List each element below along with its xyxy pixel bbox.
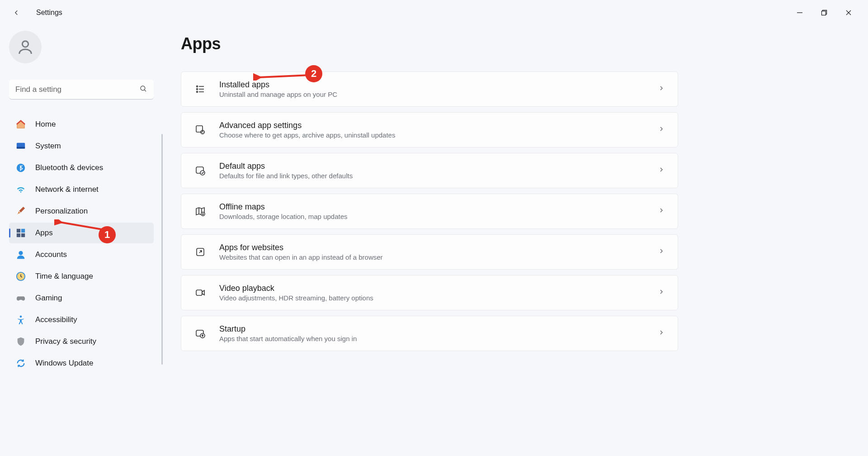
list-settings-icon bbox=[194, 83, 207, 95]
sidebar-item-network[interactable]: Network & internet bbox=[9, 179, 154, 200]
svg-point-5 bbox=[22, 41, 28, 47]
card-subtitle: Uninstall and manage apps on your PC bbox=[219, 90, 645, 98]
card-title: Startup bbox=[219, 324, 645, 334]
card-video-playback[interactable]: Video playback Video adjustments, HDR st… bbox=[181, 275, 678, 310]
card-offline-maps[interactable]: Offline maps Downloads, storage location… bbox=[181, 194, 678, 229]
window-controls bbox=[780, 0, 868, 25]
svg-rect-14 bbox=[21, 233, 25, 237]
update-icon bbox=[15, 358, 26, 369]
card-apps-websites[interactable]: Apps for websites Websites that can open… bbox=[181, 234, 678, 270]
sidebar-item-gaming[interactable]: Gaming bbox=[9, 288, 154, 309]
svg-point-10 bbox=[17, 164, 25, 172]
sidebar-item-label: System bbox=[35, 142, 61, 151]
svg-rect-30 bbox=[196, 290, 202, 295]
card-title: Apps for websites bbox=[219, 243, 645, 252]
sidebar-item-update[interactable]: Windows Update bbox=[9, 353, 154, 374]
sidebar-item-apps[interactable]: Apps bbox=[9, 223, 154, 243]
svg-rect-13 bbox=[17, 233, 20, 237]
sidebar-scrollbar[interactable] bbox=[161, 134, 163, 365]
person-icon bbox=[16, 38, 34, 56]
sidebar-item-label: Personalization bbox=[35, 207, 88, 216]
search-icon bbox=[139, 85, 147, 95]
card-startup[interactable]: Startup Apps that start automatically wh… bbox=[181, 316, 678, 351]
wifi-icon bbox=[15, 184, 26, 195]
maximize-button[interactable] bbox=[814, 5, 835, 20]
sidebar-item-label: Windows Update bbox=[35, 359, 94, 368]
search-input[interactable] bbox=[9, 80, 154, 100]
sidebar-item-accounts[interactable]: Accounts bbox=[9, 244, 154, 265]
chevron-right-icon bbox=[658, 329, 665, 338]
sidebar-item-home[interactable]: Home bbox=[9, 114, 154, 135]
avatar[interactable] bbox=[9, 31, 42, 63]
card-title: Default apps bbox=[219, 162, 645, 171]
svg-rect-2 bbox=[822, 11, 826, 15]
card-title: Offline maps bbox=[219, 202, 645, 212]
card-default-apps[interactable]: Default apps Defaults for file and link … bbox=[181, 153, 678, 188]
window-title: Settings bbox=[36, 9, 62, 17]
map-download-icon bbox=[194, 205, 207, 218]
chevron-right-icon bbox=[658, 166, 665, 175]
card-list: Installed apps Uninstall and manage apps… bbox=[181, 71, 678, 351]
search-box bbox=[9, 80, 154, 100]
open-external-icon bbox=[194, 246, 207, 258]
card-title: Installed apps bbox=[219, 80, 645, 90]
sidebar-item-time[interactable]: Time & language bbox=[9, 266, 154, 287]
card-subtitle: Choose where to get apps, archive apps, … bbox=[219, 131, 645, 139]
svg-point-22 bbox=[197, 91, 198, 93]
home-icon bbox=[15, 119, 26, 130]
back-button[interactable] bbox=[7, 4, 25, 22]
card-subtitle: Video adjustments, HDR streaming, batter… bbox=[219, 294, 645, 302]
sidebar-item-label: Home bbox=[35, 120, 56, 129]
svg-point-15 bbox=[19, 251, 23, 255]
chevron-right-icon bbox=[658, 207, 665, 216]
svg-rect-24 bbox=[196, 126, 203, 132]
chevron-right-icon bbox=[658, 85, 665, 94]
close-button[interactable] bbox=[838, 5, 859, 20]
chevron-right-icon bbox=[658, 288, 665, 297]
page-title: Apps bbox=[181, 34, 850, 53]
sidebar-item-label: Privacy & security bbox=[35, 337, 96, 346]
brush-icon bbox=[15, 206, 26, 217]
close-icon bbox=[845, 10, 852, 16]
svg-line-7 bbox=[144, 90, 146, 91]
svg-point-6 bbox=[141, 86, 145, 90]
card-title: Advanced app settings bbox=[219, 121, 645, 130]
minimize-icon bbox=[797, 10, 803, 16]
main-content: Apps Installed apps Uninstall and manage… bbox=[163, 25, 868, 456]
svg-rect-12 bbox=[21, 229, 25, 233]
sidebar-item-privacy[interactable]: Privacy & security bbox=[9, 331, 154, 352]
sidebar-item-system[interactable]: System bbox=[9, 136, 154, 157]
card-title: Video playback bbox=[219, 284, 645, 293]
accounts-icon bbox=[15, 249, 26, 260]
startup-icon bbox=[194, 327, 207, 340]
svg-rect-11 bbox=[17, 229, 20, 233]
chevron-right-icon bbox=[658, 125, 665, 134]
sidebar-item-bluetooth[interactable]: Bluetooth & devices bbox=[9, 157, 154, 178]
minimize-button[interactable] bbox=[789, 5, 810, 20]
sidebar-item-label: Accessibility bbox=[35, 315, 77, 324]
svg-rect-9 bbox=[17, 147, 25, 149]
nav-list: Home System Bluetooth & devices Network … bbox=[9, 114, 154, 374]
svg-point-17 bbox=[20, 315, 22, 318]
sidebar-item-label: Accounts bbox=[35, 250, 67, 259]
accessibility-icon bbox=[15, 314, 26, 325]
chevron-right-icon bbox=[658, 247, 665, 256]
gamepad-icon bbox=[15, 293, 26, 304]
app-gear-icon bbox=[194, 124, 207, 136]
apps-icon bbox=[15, 228, 26, 238]
sidebar-item-personalization[interactable]: Personalization bbox=[9, 201, 154, 222]
shield-icon bbox=[15, 336, 26, 347]
bluetooth-icon bbox=[15, 162, 26, 173]
sidebar-item-label: Bluetooth & devices bbox=[35, 163, 103, 172]
sidebar: Home System Bluetooth & devices Network … bbox=[0, 25, 163, 456]
clock-icon bbox=[15, 271, 26, 282]
titlebar: Settings bbox=[0, 0, 868, 25]
sidebar-item-label: Network & internet bbox=[35, 185, 99, 194]
arrow-left-icon bbox=[12, 9, 20, 17]
sidebar-item-accessibility[interactable]: Accessibility bbox=[9, 309, 154, 330]
card-subtitle: Websites that can open in an app instead… bbox=[219, 253, 645, 261]
sidebar-item-label: Gaming bbox=[35, 294, 62, 303]
card-installed-apps[interactable]: Installed apps Uninstall and manage apps… bbox=[181, 71, 678, 107]
card-subtitle: Defaults for file and link types, other … bbox=[219, 172, 645, 180]
card-advanced-settings[interactable]: Advanced app settings Choose where to ge… bbox=[181, 112, 678, 147]
